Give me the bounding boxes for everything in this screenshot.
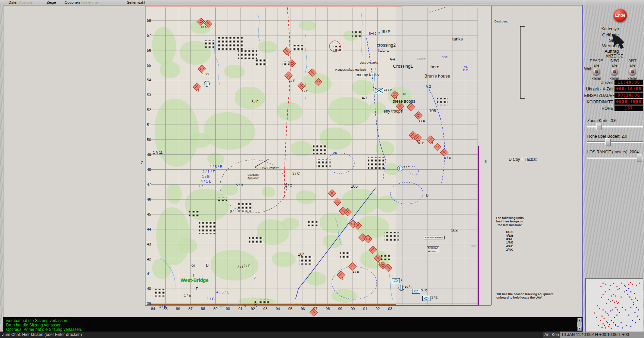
chat-log[interactable]: wombat hat die Sitzung verlassen.Brun ha… [3, 317, 582, 332]
map-label: M926A3 Ammo [427, 246, 439, 253]
anzeige-column-art: ARTallekeine [624, 58, 641, 81]
forest-patch [296, 190, 316, 204]
knob-pfade[interactable] [593, 68, 600, 75]
menu-item-datei[interactable]: Datei [9, 0, 17, 4]
menu-item-zeige[interactable]: Zeige [47, 0, 56, 4]
minimap[interactable] [586, 278, 643, 332]
display-label: KOORDINATE [584, 100, 613, 104]
chat-recipient[interactable]: An: Kon [543, 332, 560, 338]
knob-art[interactable] [629, 68, 636, 75]
menu-item-teilnehmer: Teilnehmer [81, 0, 99, 4]
minimap-blue-dot [619, 312, 620, 313]
slider-track[interactable] [587, 157, 643, 159]
chat-scrollbar[interactable]: ▲ ▼ [577, 318, 582, 331]
minimap-blue-dot [609, 324, 610, 325]
map-label: A-2 [426, 85, 431, 89]
minimap-red-dot [603, 323, 604, 324]
town-buildings [238, 48, 257, 59]
town-buildings [316, 159, 331, 169]
map-label: 5 / I [219, 304, 224, 308]
minimap-blue-dot [615, 307, 616, 308]
ende-button[interactable]: Ende [613, 9, 627, 22]
map-label: 3 / F [252, 100, 258, 104]
display-label: Uhrzeit [584, 80, 613, 85]
minimap-red-dot [605, 311, 606, 312]
display-value: +00:10:06 [614, 86, 643, 92]
grid-number-left: 58 [147, 18, 151, 22]
minimap-blue-dot [617, 326, 618, 327]
map-label: 11/E [463, 69, 468, 72]
map-label: D [206, 264, 208, 268]
town-buildings [236, 201, 252, 212]
grid-number-bottom: 93 [263, 307, 267, 311]
grid-number-left: 52 [147, 108, 151, 112]
anzeige-title: ANZEIGE [586, 54, 643, 58]
unit-label: 4 [431, 141, 433, 145]
minimap-blue-dot [625, 309, 626, 310]
slider-thumb[interactable] [605, 138, 611, 146]
map-label: crossing2 [377, 43, 396, 48]
grid-number-bottom: 86 [176, 307, 180, 311]
minimap-blue-dot [605, 327, 606, 328]
slider-track[interactable] [587, 141, 643, 143]
minimap-red-dot [596, 317, 597, 318]
slider-thumb[interactable] [596, 123, 602, 130]
town-buildings [249, 235, 263, 244]
grid-number-bottom: 91 [238, 307, 242, 311]
grid-number-bottom: 03 [388, 307, 392, 311]
map-label: 106 [429, 109, 436, 114]
grid-number-left: 41 [147, 272, 151, 276]
town-buildings [352, 31, 361, 37]
map-label: 816 [471, 244, 476, 247]
map-label: these troops [393, 99, 415, 104]
unit-symbol-friendly-recon[interactable]: 10 / I [399, 285, 404, 291]
menu-item-optionen[interactable]: Optionen [65, 0, 80, 4]
minimap-red-dot [615, 325, 616, 326]
map-label: D [426, 193, 428, 198]
forest-patch [258, 41, 277, 53]
minimap-blue-dot [622, 327, 623, 328]
map-label: co [333, 151, 337, 155]
chat-message: wombat hat die Sitzung verlassen. [6, 318, 68, 323]
map-label: 5 / B [236, 183, 243, 187]
unit-symbol-friendly-armor[interactable]: 3 / E [422, 296, 430, 301]
unit-label: 2 [198, 89, 199, 92]
minimap-blue-dot [621, 322, 622, 323]
unit-symbol-friendly-recon[interactable] [204, 81, 210, 87]
display-value: 0638 4090 [614, 99, 643, 105]
unit-symbol-friendly-recon[interactable]: 3 / E [397, 166, 403, 171]
minimap-red-dot [603, 283, 604, 284]
minimap-red-dot [633, 302, 634, 303]
map-label: 1 A-11 [153, 151, 163, 155]
menu-item-seitenwahl[interactable]: Seitenwahl [127, 0, 145, 4]
town-buildings [299, 256, 312, 265]
minimap-red-dot [615, 295, 616, 297]
scroll-up-icon[interactable]: ▲ [577, 318, 582, 322]
minimap-blue-dot [624, 285, 625, 286]
minimap-blue-dot [636, 307, 637, 308]
slider-thumb[interactable] [637, 154, 642, 162]
minimap-blue-dot [610, 310, 611, 311]
display-value: 00:10:06 [614, 92, 643, 98]
minimap-red-dot [613, 283, 614, 284]
unit-symbol-friendly-crossed[interactable]: 15 / P [375, 88, 383, 93]
minimap-red-dot [627, 294, 628, 295]
town-buildings [189, 211, 199, 218]
knob-info[interactable] [611, 68, 618, 75]
grid-number-left: 43 [147, 242, 151, 246]
forest-patch [204, 112, 255, 150]
minimap-blue-dot [630, 326, 631, 327]
kartentyp-item-wertung[interactable]: Wertung [585, 43, 619, 49]
status-bar: Zum Chat: Hier klicken (oder Enter drück… [0, 332, 644, 338]
forest-patch [377, 196, 398, 213]
minimap-red-dot [605, 291, 606, 292]
unit-symbol-friendly-armor[interactable]: 1 [392, 278, 400, 283]
slider-track[interactable] [587, 126, 643, 128]
map-label: UAV Crash?? [260, 166, 279, 170]
kartentyp-item-auftrag[interactable]: Auftrag [585, 49, 619, 54]
scroll-down-icon[interactable]: ▼ [577, 327, 582, 331]
chat-prompt[interactable]: Zum Chat: Hier klicken (oder Enter drück… [2, 332, 82, 337]
minimap-red-dot [617, 289, 618, 290]
grid-number-bottom: 02 [376, 307, 380, 311]
unit-symbol-friendly-armor[interactable]: 3 / E [412, 289, 420, 294]
